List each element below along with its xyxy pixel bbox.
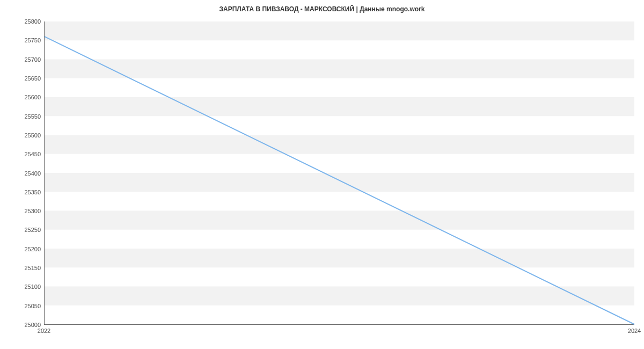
svg-rect-6 (45, 60, 634, 78)
y-tick-label: 25650 (24, 75, 41, 82)
y-tick-label: 25600 (24, 94, 41, 100)
grid-bands (45, 21, 634, 306)
line-svg (45, 21, 634, 324)
y-tick-label: 25200 (24, 246, 41, 252)
y-tick-label: 25350 (24, 189, 41, 195)
y-tick-label: 25800 (24, 18, 41, 25)
chart-container: ЗАРПЛАТА В ПИВЗАВОД - МАРКСОВСКИЙ | Данн… (0, 0, 644, 349)
y-tick-label: 25050 (24, 303, 41, 309)
y-tick-label: 25100 (24, 283, 41, 290)
svg-rect-1 (45, 249, 634, 267)
svg-rect-2 (45, 211, 634, 230)
svg-rect-4 (45, 135, 634, 154)
y-tick-label: 25550 (24, 113, 41, 120)
y-tick-label: 25300 (24, 208, 41, 214)
x-tick-label: 2022 (38, 328, 50, 334)
y-tick-label: 25700 (24, 56, 41, 63)
svg-rect-5 (45, 97, 634, 116)
y-tick-label: 25750 (24, 37, 41, 43)
svg-rect-0 (45, 287, 634, 306)
y-tick-label: 25400 (24, 170, 41, 177)
y-tick-label: 25450 (24, 151, 41, 157)
plot-area (44, 21, 634, 325)
y-tick-label: 25500 (24, 132, 41, 139)
chart-title: ЗАРПЛАТА В ПИВЗАВОД - МАРКСОВСКИЙ | Данн… (0, 5, 644, 13)
y-tick-label: 25250 (24, 227, 41, 233)
x-tick-label: 2024 (628, 328, 641, 334)
svg-rect-3 (45, 173, 634, 192)
y-tick-label: 25150 (24, 265, 41, 271)
svg-rect-7 (45, 21, 634, 40)
